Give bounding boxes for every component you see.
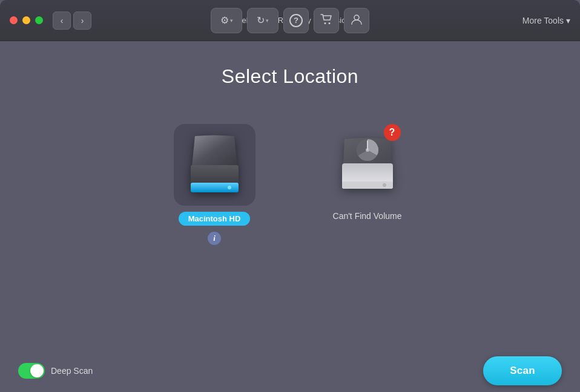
svg-point-5 — [228, 186, 231, 189]
help-icon: ? — [289, 14, 303, 27]
drive-cant-find-volume[interactable]: ? — [328, 124, 407, 221]
settings-button[interactable]: ⚙ ▾ — [211, 8, 242, 33]
account-icon — [351, 13, 363, 28]
macintosh-hd-info-button[interactable]: i — [208, 232, 221, 245]
refresh-button[interactable]: ↻ ▾ — [247, 8, 278, 33]
svg-point-1 — [329, 22, 331, 24]
macintosh-hd-label: Macintosh HD — [179, 212, 251, 226]
more-tools-dropdown-icon: ▾ — [566, 16, 570, 25]
svg-point-2 — [354, 15, 359, 20]
cant-find-icon-container: ? — [328, 124, 407, 203]
svg-point-0 — [325, 22, 326, 24]
svg-rect-4 — [191, 183, 239, 192]
close-button[interactable] — [10, 16, 18, 24]
back-button[interactable]: ‹ — [53, 11, 71, 30]
deep-scan-toggle[interactable] — [18, 363, 45, 379]
question-badge: ? — [384, 124, 401, 141]
macintosh-hd-icon-bg — [174, 124, 255, 206]
minimize-button[interactable] — [22, 16, 30, 24]
refresh-dropdown-arrow: ▾ — [266, 18, 269, 24]
deep-scan-section: Deep Scan — [18, 363, 93, 379]
help-button[interactable]: ? — [283, 8, 309, 33]
more-tools-button[interactable]: More Tools ▾ — [522, 16, 570, 25]
page-title: Select Location — [222, 65, 358, 88]
cart-icon — [320, 14, 332, 27]
refresh-icon: ↻ — [257, 15, 265, 26]
settings-icon: ⚙ — [220, 15, 229, 26]
forward-icon: › — [81, 16, 84, 25]
toggle-knob — [30, 364, 44, 377]
back-icon: ‹ — [61, 16, 64, 25]
bottom-bar: Deep Scan Scan — [0, 350, 580, 392]
drives-container: Macintosh HD i ? — [174, 124, 407, 245]
titlebar: ‹ › ↩ Stellar Data Recovery Professional… — [0, 0, 580, 41]
cant-find-volume-label: Can't Find Volume — [333, 211, 402, 221]
forward-button[interactable]: › — [73, 11, 91, 30]
more-tools-label: More Tools — [522, 16, 564, 25]
account-button[interactable] — [344, 8, 369, 33]
deep-scan-label: Deep Scan — [51, 366, 93, 376]
cart-button[interactable] — [314, 8, 339, 33]
maximize-button[interactable] — [35, 16, 43, 24]
scan-button[interactable]: Scan — [483, 356, 562, 385]
macintosh-hd-icon — [186, 133, 243, 197]
settings-dropdown-arrow: ▾ — [230, 18, 233, 24]
svg-point-11 — [383, 183, 386, 187]
toolbar-buttons: ⚙ ▾ ↻ ▾ ? — [211, 8, 369, 33]
drive-macintosh-hd[interactable]: Macintosh HD i — [174, 124, 255, 245]
window-controls: ‹ › — [10, 11, 91, 30]
main-content: Select Location — [0, 41, 580, 392]
